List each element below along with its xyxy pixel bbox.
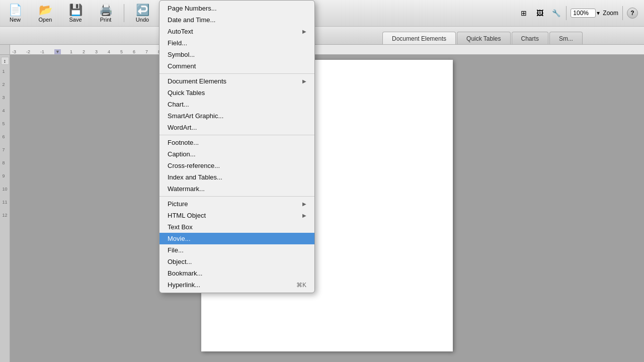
menu-item-label: Caption... bbox=[168, 150, 196, 158]
menu-item-label: Document Elements bbox=[168, 77, 226, 85]
menu-item-wordart[interactable]: WordArt... bbox=[159, 122, 314, 133]
menu-separator-3 bbox=[159, 196, 314, 197]
menu-item-label: AutoText bbox=[168, 28, 193, 35]
menu-item-label: Field... bbox=[168, 39, 187, 47]
menu-item-label: File... bbox=[168, 246, 184, 254]
menu-item-footnote[interactable]: Footnote... bbox=[159, 137, 314, 148]
menu-item-label: Picture bbox=[168, 200, 188, 208]
menu-item-label: Movie... bbox=[168, 235, 191, 242]
menu-item-file[interactable]: File... bbox=[159, 244, 314, 256]
submenu-arrow: ▶ bbox=[302, 29, 306, 34]
menu-item-html-object[interactable]: HTML Object ▶ bbox=[159, 210, 314, 221]
menu-item-label: Page Numbers... bbox=[168, 5, 217, 12]
menu-item-field[interactable]: Field... bbox=[159, 37, 314, 49]
menu-item-comment[interactable]: Comment bbox=[159, 60, 314, 72]
menu-item-label: Hyperlink... bbox=[168, 281, 200, 289]
menu-item-label: Date and Time... bbox=[168, 16, 215, 24]
menu-item-hyperlink[interactable]: Hyperlink... ⌘K bbox=[159, 279, 314, 291]
menu-item-smartart[interactable]: SmartArt Graphic... bbox=[159, 110, 314, 122]
menu-item-label: Index and Tables... bbox=[168, 173, 222, 181]
menu-separator-1 bbox=[159, 73, 314, 74]
menu-item-label: Text Box bbox=[168, 223, 193, 231]
menu-item-label: Comment bbox=[168, 62, 196, 70]
menu-item-label: Bookmark... bbox=[168, 269, 202, 277]
menu-item-page-numbers[interactable]: Page Numbers... bbox=[159, 3, 314, 14]
menu-item-date-time[interactable]: Date and Time... bbox=[159, 14, 314, 26]
menu-item-label: SmartArt Graphic... bbox=[168, 112, 223, 120]
menu-item-picture[interactable]: Picture ▶ bbox=[159, 198, 314, 210]
menu-item-cross-reference[interactable]: Cross-reference... bbox=[159, 160, 314, 171]
menu-item-label: Object... bbox=[168, 258, 192, 265]
menu-item-label: HTML Object bbox=[168, 212, 206, 219]
menu-item-document-elements[interactable]: Document Elements ▶ bbox=[159, 75, 314, 87]
menu-item-watermark[interactable]: Watermark... bbox=[159, 183, 314, 195]
submenu-arrow: ▶ bbox=[302, 201, 306, 207]
menu-item-movie[interactable]: Movie... bbox=[159, 233, 314, 244]
menu-item-caption[interactable]: Caption... bbox=[159, 148, 314, 160]
menu-item-shortcut: ⌘K bbox=[296, 282, 306, 289]
menu-item-text-box[interactable]: Text Box bbox=[159, 221, 314, 233]
menu-item-label: Chart... bbox=[168, 101, 189, 108]
menu-item-symbol[interactable]: Symbol... bbox=[159, 49, 314, 60]
menu-item-label: Symbol... bbox=[168, 51, 195, 58]
menu-item-label: WordArt... bbox=[168, 124, 197, 131]
menu-item-label: Quick Tables bbox=[168, 89, 205, 97]
menu-item-label: Footnote... bbox=[168, 139, 199, 146]
menu-separator-2 bbox=[159, 135, 314, 135]
submenu-arrow: ▶ bbox=[302, 78, 306, 84]
menu-item-autotext[interactable]: AutoText ▶ bbox=[159, 26, 314, 37]
menu-item-label: Cross-reference... bbox=[168, 162, 220, 169]
menu-item-quick-tables[interactable]: Quick Tables bbox=[159, 87, 314, 99]
menu-item-chart[interactable]: Chart... bbox=[159, 99, 314, 110]
menu-item-label: Watermark... bbox=[168, 185, 205, 193]
menu-item-object[interactable]: Object... bbox=[159, 256, 314, 267]
submenu-arrow: ▶ bbox=[302, 213, 306, 218]
dropdown-overlay: Page Numbers... Date and Time... AutoTex… bbox=[0, 0, 644, 362]
menu-item-index-tables[interactable]: Index and Tables... bbox=[159, 171, 314, 183]
insert-menu: Page Numbers... Date and Time... AutoTex… bbox=[159, 0, 315, 293]
menu-item-bookmark[interactable]: Bookmark... bbox=[159, 267, 314, 279]
